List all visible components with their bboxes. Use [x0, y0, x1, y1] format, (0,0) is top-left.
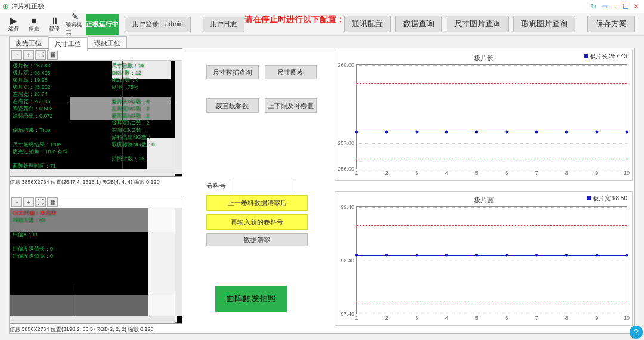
maximize-icon[interactable]: ☐: [620, 2, 631, 11]
app-icon: ⊕: [2, 2, 9, 11]
chart-legend: 极片长 257.43: [584, 52, 627, 61]
stop-button[interactable]: ■停止: [25, 16, 43, 33]
limits-button[interactable]: 上下限及补偿值: [265, 98, 317, 113]
actual-size-icon[interactable]: ▦: [47, 50, 58, 60]
chart-plot-area: 256.00257.00260.0012345678910: [356, 64, 627, 169]
zoom-out-icon[interactable]: －: [11, 197, 22, 207]
roll-number-label: 卷料号: [206, 181, 226, 190]
chart-plot-area: 97.4098.4099.4012345678910: [356, 206, 627, 314]
user-log-button[interactable]: 用户日志: [203, 17, 244, 32]
zoom-in-icon[interactable]: ＋: [23, 197, 34, 207]
scrollbar-v[interactable]: [175, 61, 182, 169]
chart-title: 极片宽: [474, 196, 494, 205]
help-bubble-icon[interactable]: ?: [630, 326, 643, 339]
roll-number-input[interactable]: [230, 180, 295, 191]
tab-size[interactable]: 尺寸工位: [48, 37, 88, 51]
titlebar: ⊕ 冲片机正极 ↻ ▭ — ☐ ✕: [0, 0, 644, 13]
chart-legend: 极片宽 98.50: [587, 194, 627, 203]
pause-button[interactable]: ⏸暂停: [45, 16, 63, 33]
overlay-measure-left: 极片长：257.43 极片宽：98.495 极耳高：19.98 极耳宽：45.0…: [13, 62, 68, 169]
stop-config-banner: 请在停止时进行以下配置：: [244, 14, 345, 25]
viewer-bot-image[interactable]: CCD纠偏：未启用 纠偏片数：50 纠偏X：11 纠偏发送值长：0 纠偏发送值宽…: [10, 208, 182, 323]
user-login-button[interactable]: 用户登录：admin: [125, 17, 191, 32]
actual-size-icon[interactable]: ▦: [47, 197, 58, 207]
fit-icon[interactable]: ⛶: [35, 50, 46, 60]
zoom-in-icon[interactable]: ＋: [23, 50, 34, 60]
zoom-out-icon[interactable]: －: [11, 50, 22, 60]
size-chart-button[interactable]: 尺寸图表: [265, 65, 317, 79]
comm-config-button[interactable]: 通讯配置: [344, 16, 391, 32]
viewer-top-image[interactable]: 极片长：257.43 极片宽：98.495 极耳高：19.98 极耳宽：45.0…: [10, 61, 182, 176]
run-status-badge: 正极运行中: [86, 14, 119, 35]
viewer-top-info: 信息 3856X2764 位置(2647.4, 1615.1) RGB(4, 4…: [10, 178, 182, 186]
scrollbar-v[interactable]: [175, 208, 182, 316]
defect-image-query-button[interactable]: 瑕疵图片查询: [513, 16, 575, 32]
chart-piece-width: 极片宽 极片宽 98.50 97.4098.4099.4012345678910: [335, 191, 633, 326]
minimize-icon[interactable]: —: [609, 2, 620, 11]
overlay-correction: CCD纠偏：未启用 纠偏片数：50 纠偏X：11 纠偏发送值长：0 纠偏发送值宽…: [13, 209, 57, 259]
yellow-hint-1: 上一卷料数据清零后: [206, 195, 308, 211]
run-button[interactable]: ▶运行: [5, 16, 23, 33]
refresh-icon[interactable]: ↻: [588, 2, 599, 11]
viewer-bot-info: 信息 3856X2764 位置(3198.2, 83.5) RGB(2, 2, …: [10, 326, 182, 333]
clear-data-button[interactable]: 数据清零: [206, 233, 308, 246]
window-title: 冲片机正极: [11, 2, 44, 11]
viewer-bot-toolbar: － ＋ ⛶ ▦: [10, 196, 182, 208]
right-top-buttons: 通讯配置 数据查询 尺寸图片查询 瑕疵图片查询 保存方案: [344, 16, 635, 32]
chart-title: 极片长: [474, 54, 494, 63]
save-scheme-button[interactable]: 保存方案: [587, 16, 635, 32]
tab-body: － ＋ ⛶ ▦ 极片长：257.43 极片宽：98.495 极耳高：19.98 …: [9, 48, 635, 334]
overlay-measure-right: 尺寸总数：16 OK计数：12 NG计数：4 良率：75% 极片长NG数：4 左…: [112, 62, 155, 162]
size-data-query-button[interactable]: 尺寸数据查询: [206, 65, 259, 79]
viewer-top-toolbar: － ＋ ⛶ ▦: [10, 49, 182, 61]
size-image-query-button[interactable]: 尺寸图片查询: [447, 16, 509, 32]
data-query-button[interactable]: 数据查询: [395, 16, 442, 32]
scrollbar-h[interactable]: [10, 169, 175, 176]
mid-controls: 尺寸数据查询 尺寸图表 废直线参数 上下限及补偿值 卷料号 上一卷料数据清零后 …: [206, 65, 317, 246]
image-viewer-bottom: － ＋ ⛶ ▦ CCD纠偏：未启用 纠偏片数：50 纠偏X：11 纠偏发送值长：…: [10, 196, 182, 324]
area-trigger-photo-button[interactable]: 面阵触发拍照: [215, 286, 287, 312]
waste-line-params-button[interactable]: 废直线参数: [206, 98, 259, 113]
image-viewer-top: － ＋ ⛶ ▦ 极片长：257.43 极片宽：98.495 极耳高：19.98 …: [10, 48, 182, 177]
settings-icon[interactable]: ▭: [599, 2, 609, 11]
yellow-hint-2: 再输入新的卷料号: [206, 214, 308, 230]
scrollbar-h[interactable]: [10, 316, 175, 323]
chart-piece-length: 极片长 极片长 257.43 256.00257.00260.001234567…: [335, 50, 633, 181]
close-icon[interactable]: ✕: [631, 2, 642, 11]
edit-mode-button[interactable]: ✎编辑模式: [66, 12, 83, 36]
fit-icon[interactable]: ⛶: [35, 197, 46, 207]
